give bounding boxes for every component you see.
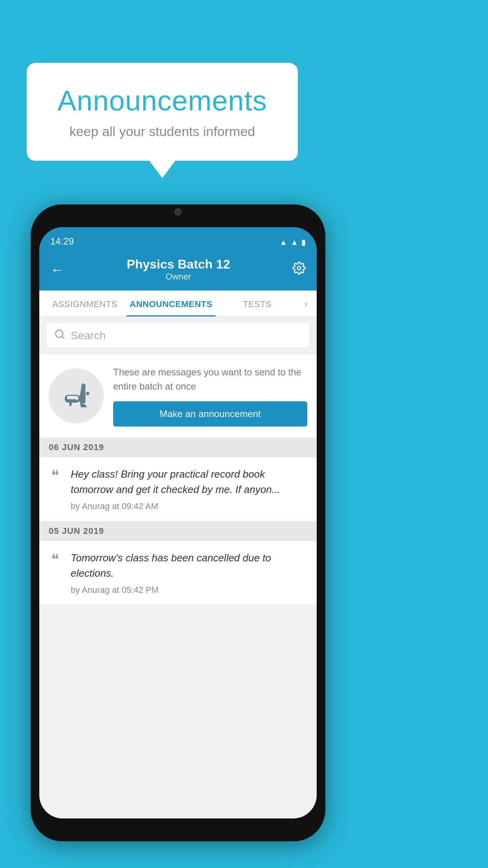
- bubble-title: Announcements: [50, 85, 274, 117]
- phone-notch: [143, 204, 213, 221]
- search-placeholder: Search: [71, 329, 106, 342]
- svg-line-2: [62, 336, 64, 338]
- quote-icon-container-1: ❝: [39, 467, 71, 511]
- status-time: 14:29: [50, 236, 74, 247]
- announcement-item-1[interactable]: ❝ Hey class! Bring your practical record…: [39, 457, 317, 521]
- app-bar-subtitle: Owner: [127, 272, 230, 282]
- promo-content: These are messages you want to send to t…: [113, 365, 307, 427]
- tab-tests[interactable]: TESTS: [216, 291, 299, 316]
- quote-icon-2: ❝: [51, 552, 59, 595]
- announcement-meta-2: by Anurag at 05:42 PM: [71, 585, 307, 595]
- speech-bubble: Announcements keep all your students inf…: [27, 63, 298, 161]
- phone-screen: 14:29 ▲ ▲ ▮ ← Physics Batch 12 Owner: [39, 227, 317, 818]
- tab-more-icon[interactable]: ›: [299, 291, 313, 316]
- speech-bubble-section: Announcements keep all your students inf…: [27, 63, 298, 161]
- promo-card: These are messages you want to send to t…: [39, 354, 317, 438]
- svg-point-3: [86, 392, 90, 395]
- status-bar: 14:29 ▲ ▲ ▮: [39, 227, 317, 250]
- announcement-body-2: Tomorrow's class has been cancelled due …: [71, 550, 307, 595]
- search-icon: [54, 329, 65, 342]
- battery-icon: ▮: [301, 237, 306, 247]
- tab-announcements[interactable]: ANNOUNCEMENTS: [127, 291, 216, 316]
- front-camera: [174, 208, 182, 215]
- signal-icon: ▲: [290, 238, 298, 247]
- status-icons: ▲ ▲ ▮: [279, 237, 306, 247]
- tab-assignments[interactable]: ASSIGNMENTS: [43, 291, 127, 316]
- bubble-subtitle: keep all your students informed: [50, 124, 274, 139]
- phone-frame: 14:29 ▲ ▲ ▮ ← Physics Batch 12 Owner: [31, 204, 325, 841]
- quote-icon-container-2: ❝: [39, 550, 71, 595]
- app-bar-center: Physics Batch 12 Owner: [127, 257, 230, 282]
- settings-button[interactable]: [292, 261, 306, 278]
- make-announcement-button[interactable]: Make an announcement: [113, 401, 307, 427]
- announcement-body-1: Hey class! Bring your practical record b…: [71, 467, 307, 511]
- announcement-item-2[interactable]: ❝ Tomorrow's class has been cancelled du…: [39, 541, 317, 605]
- app-bar-title: Physics Batch 12: [127, 257, 230, 272]
- promo-icon-circle: [49, 368, 104, 423]
- date-separator-1: 06 JUN 2019: [39, 438, 317, 457]
- date-separator-2: 05 JUN 2019: [39, 521, 317, 541]
- announcement-text-1: Hey class! Bring your practical record b…: [71, 467, 307, 497]
- megaphone-icon: [62, 380, 90, 412]
- wifi-icon: ▲: [279, 238, 287, 247]
- promo-description: These are messages you want to send to t…: [113, 365, 307, 394]
- tabs-bar: ASSIGNMENTS ANNOUNCEMENTS TESTS ›: [39, 291, 317, 317]
- announcement-text-2: Tomorrow's class has been cancelled due …: [71, 550, 307, 581]
- content-area: Search These are mes: [39, 317, 317, 818]
- announcement-meta-1: by Anurag at 09:42 AM: [71, 501, 307, 511]
- svg-point-0: [297, 266, 301, 270]
- back-button[interactable]: ←: [50, 261, 64, 278]
- quote-icon-1: ❝: [51, 468, 59, 511]
- app-bar: ← Physics Batch 12 Owner: [39, 250, 317, 291]
- search-bar[interactable]: Search: [46, 323, 310, 348]
